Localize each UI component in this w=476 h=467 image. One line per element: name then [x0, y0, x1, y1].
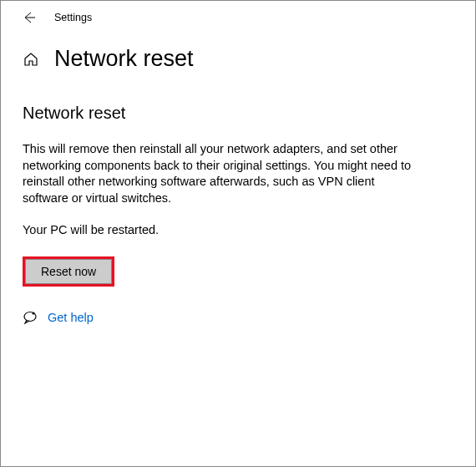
- svg-point-1: [33, 312, 34, 314]
- chat-help-icon: [23, 310, 38, 325]
- app-title: Settings: [54, 12, 92, 23]
- get-help-label: Get help: [48, 311, 94, 324]
- page-heading-row: Network reset: [1, 31, 475, 79]
- reset-button-highlight: Reset now: [23, 256, 114, 287]
- back-arrow-icon[interactable]: [23, 11, 36, 24]
- page-title: Network reset: [54, 46, 194, 72]
- description-text: This will remove then reinstall all your…: [23, 141, 413, 206]
- restart-note: Your PC will be restarted.: [23, 223, 413, 236]
- app-header: Settings: [1, 1, 475, 31]
- get-help-link[interactable]: Get help: [23, 310, 413, 325]
- content-area: Network reset This will remove then rein…: [1, 79, 435, 325]
- reset-now-button[interactable]: Reset now: [25, 259, 112, 284]
- section-subheading: Network reset: [23, 104, 413, 123]
- home-icon[interactable]: [23, 51, 39, 68]
